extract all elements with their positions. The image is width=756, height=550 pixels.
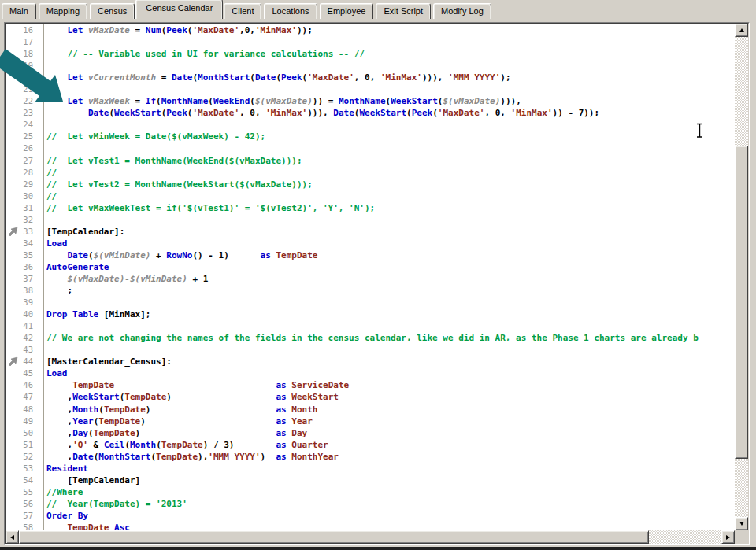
code-line[interactable]: 30//: [6, 190, 735, 202]
scroll-up-button[interactable]: [735, 24, 748, 37]
tab-exit-script[interactable]: Exit Script: [376, 3, 431, 19]
line-number: 46: [6, 379, 39, 391]
code-token: TempDate: [72, 380, 114, 390]
code-line[interactable]: 58 TempDate Asc: [6, 522, 735, 530]
code-line[interactable]: 46 TempDate as ServiceDate: [6, 379, 735, 391]
code-line[interactable]: 32: [6, 214, 735, 226]
code-line[interactable]: 21: [6, 83, 735, 95]
code-line[interactable]: 57Order By: [6, 510, 735, 522]
code-token: Date: [333, 108, 354, 118]
code-line[interactable]: 18 // -- Variable used in UI for varianc…: [6, 48, 735, 60]
code-line[interactable]: 50 ,Day(TempDate) as Day: [6, 427, 735, 439]
line-number: 42: [6, 332, 39, 344]
code-text: // Let vMinWeek = Date($(vMaxWeek) - 42)…: [39, 131, 265, 142]
code-token: Let: [68, 25, 89, 35]
code-text: Load: [39, 238, 68, 249]
tab-modify-log[interactable]: Modify Log: [433, 3, 491, 19]
code-line[interactable]: 44[MasterCalendar_Census]:: [6, 356, 735, 367]
code-line[interactable]: 39: [6, 297, 735, 308]
code-token: (: [124, 440, 130, 450]
tab-mapping[interactable]: Mapping: [39, 3, 87, 19]
code-line[interactable]: 53Resident: [6, 463, 735, 474]
code-token: [TempCalendar]:: [46, 227, 124, 237]
code-token: , 0,: [484, 108, 510, 118]
scroll-down-button[interactable]: [735, 517, 748, 530]
code-token: [TempCalendar]: [46, 475, 140, 485]
line-number: 57: [6, 510, 39, 522]
code-line[interactable]: 41: [6, 320, 735, 332]
script-editor[interactable]: 16 Let vMaxDate = Num(Peek('MaxDate',0,'…: [6, 24, 735, 530]
horizontal-scrollbar-thumb[interactable]: [19, 530, 649, 544]
code-line[interactable]: 45Load: [6, 367, 735, 379]
code-token: (: [432, 108, 438, 118]
code-token: vCurrentMonth: [88, 72, 156, 83]
code-text: [TempCalendar]: [39, 475, 140, 485]
code-line[interactable]: 36AutoGenerate: [6, 261, 735, 273]
scroll-right-button[interactable]: [721, 530, 735, 544]
code-line[interactable]: 54 [TempCalendar]: [6, 474, 735, 486]
line-number: 35: [6, 249, 39, 261]
code-token: Peek: [412, 108, 433, 118]
line-number: 36: [6, 261, 39, 273]
code-line[interactable]: 26: [6, 142, 735, 154]
code-token: WeekEnd: [213, 96, 250, 106]
code-token: // Let vMaxWeekTest = if('$(vTest1)' = '…: [46, 203, 375, 213]
code-text: ,WeekStart(TempDate) as WeekStart: [39, 392, 339, 402]
code-line[interactable]: 48 ,Month(TempDate) as Month: [6, 404, 735, 415]
line-number: 21: [6, 83, 39, 95]
code-line[interactable]: 52 ,Date(MonthStart(TempDate),'MMM YYYY'…: [6, 451, 735, 463]
code-line[interactable]: 34Load: [6, 238, 735, 249]
code-line[interactable]: 17: [6, 36, 735, 48]
code-line[interactable]: 42// We are not changing the names of th…: [6, 332, 735, 344]
code-line[interactable]: 22 Let vMaxWeek = If(MonthName(WeekEnd($…: [6, 95, 735, 107]
code-line[interactable]: 28//: [6, 167, 735, 179]
code-line[interactable]: 33[TempCalendar]:: [6, 226, 735, 238]
tab-employee[interactable]: Employee: [320, 3, 374, 19]
tab-client[interactable]: Client: [224, 3, 261, 19]
line-number: 17: [6, 36, 39, 48]
code-line[interactable]: 31// Let vMaxWeekTest = if('$(vTest1)' =…: [6, 202, 735, 214]
arrow-right-icon: [726, 535, 730, 540]
code-line[interactable]: 29// Let vTest2 = MonthName(WeekStart($(…: [6, 179, 735, 190]
code-line[interactable]: 27// Let vTest1 = MonthName(WeekEnd($(vM…: [6, 155, 735, 167]
horizontal-scrollbar-track[interactable]: [6, 530, 735, 544]
code-token: TempDate: [156, 452, 198, 462]
code-line[interactable]: 35 Date($(vMinDate) + RowNo() - 1) as Te…: [6, 249, 735, 261]
line-number: 50: [6, 427, 39, 439]
code-line[interactable]: 43: [6, 344, 735, 356]
code-token: ,: [46, 392, 72, 402]
tab-census[interactable]: Census: [90, 3, 135, 19]
code-line[interactable]: 47 ,WeekStart(TempDate) as WeekStart: [6, 391, 735, 403]
code-line[interactable]: 20 Let vCurrentMonth = Date(MonthStart(D…: [6, 72, 735, 83]
line-number: 41: [6, 320, 39, 332]
code-line[interactable]: 51 ,'Q' & Ceil(Month(TempDate) / 3) as Q…: [6, 439, 735, 451]
scroll-left-button[interactable]: [6, 530, 19, 544]
vertical-scrollbar-track[interactable]: [735, 24, 748, 530]
code-line[interactable]: 49 ,Year(TempDate) as Year: [6, 415, 735, 427]
code-text: Drop Table [MinMax];: [39, 309, 150, 319]
code-token: vMaxWeek: [88, 96, 130, 106]
code-line[interactable]: 24: [6, 119, 735, 131]
code-text: // We are not changing the names of the …: [39, 333, 699, 343]
code-token: Date: [68, 250, 89, 260]
code-token: as: [261, 250, 271, 260]
tab-main[interactable]: Main: [2, 3, 36, 19]
vertical-scrollbar-thumb[interactable]: [735, 146, 748, 459]
code-line[interactable]: 38 ;: [6, 285, 735, 297]
code-line[interactable]: 23 Date(WeekStart(Peek('MaxDate', 0, 'Mi…: [6, 107, 735, 119]
code-token: Date: [72, 452, 94, 462]
code-line[interactable]: 19: [6, 60, 735, 72]
code-line[interactable]: 40Drop Table [MinMax];: [6, 308, 735, 320]
code-token: [46, 25, 68, 35]
line-number: 40: [6, 308, 39, 320]
code-line[interactable]: 55//Where: [6, 486, 735, 498]
code-line[interactable]: 56// Year(TempDate) = '2013': [6, 498, 735, 510]
code-line[interactable]: 37 $(vMaxDate)-$(vMinDate) + 1: [6, 273, 735, 285]
code-token: ),: [198, 452, 208, 462]
code-text: ,Year(TempDate) as Year: [39, 416, 313, 426]
code-line[interactable]: 25// Let vMinWeek = Date($(vMaxWeek) - 4…: [6, 131, 735, 142]
tab-locations[interactable]: Locations: [264, 3, 317, 19]
tab-census-calendar[interactable]: Census Calendar: [135, 0, 223, 19]
scrollbar-corner: [735, 530, 748, 544]
code-line[interactable]: 16 Let vMaxDate = Num(Peek('MaxDate',0,'…: [6, 24, 735, 36]
